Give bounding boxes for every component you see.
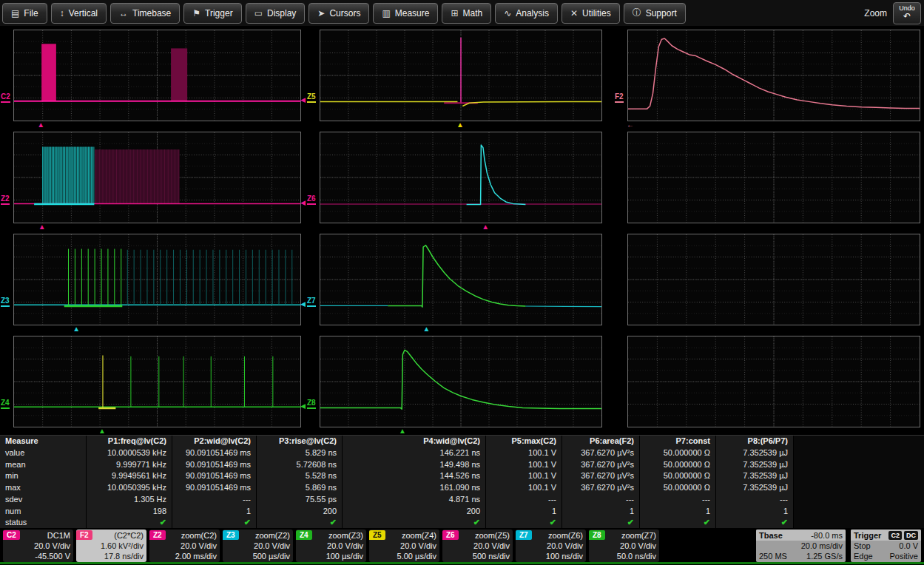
menu-item-display[interactable]: ▭Display bbox=[246, 3, 306, 24]
utilities-icon: ✕ bbox=[570, 8, 578, 18]
measure-column-header[interactable]: P3:rise@lv(C2) bbox=[257, 436, 342, 447]
measure-column-header[interactable]: P4:wid@lv(C2) bbox=[343, 436, 485, 447]
timebase-descriptor[interactable]: Tbase -80.0 ms 20.0 ms/div 250 MS 1.25 G… bbox=[756, 530, 846, 562]
measure-value: --- bbox=[562, 494, 639, 506]
grid-c2[interactable] bbox=[13, 30, 301, 121]
measure-value: --- bbox=[172, 494, 256, 506]
descriptor-source: zoom(Z6) bbox=[548, 531, 586, 540]
measure-value: 149.498 ns bbox=[343, 459, 485, 471]
menu-item-timebase[interactable]: ↔Timebase bbox=[110, 3, 180, 24]
measure-column-header[interactable]: P1:freq@lv(C2) bbox=[87, 436, 172, 447]
measure-value: 50.000000 Ω bbox=[640, 470, 715, 482]
grid-z7[interactable] bbox=[320, 234, 602, 325]
measure-value: 50.000000 Ω bbox=[640, 482, 715, 494]
menu-item-analysis[interactable]: ∿Analysis bbox=[495, 3, 558, 24]
descriptor-c2[interactable]: C2DC1M20.0 V/div-45.500 V bbox=[3, 530, 73, 562]
descriptor-z5[interactable]: Z5zoom(Z4)20.0 V/div5.00 µs/div bbox=[369, 530, 439, 562]
descriptor-z7[interactable]: Z7zoom(Z6)20.0 V/div100 ns/div bbox=[516, 530, 586, 562]
measure-value: 100.1 V bbox=[486, 459, 562, 471]
timebase-per-div: 20.0 ms/div bbox=[801, 541, 843, 550]
measure-column-header[interactable]: P5:max(C2) bbox=[486, 436, 562, 447]
measure-value: 367.6270 µV²s bbox=[562, 470, 639, 482]
undo-icon: ↶ bbox=[903, 12, 911, 21]
cursors-icon: ➤ bbox=[317, 8, 325, 18]
trigger-level: 0.0 V bbox=[899, 541, 918, 550]
measure-row-label: num bbox=[0, 506, 86, 518]
measure-value: 7.352539 µJ bbox=[716, 459, 793, 471]
menu-item-utilities[interactable]: ✕Utilities bbox=[562, 3, 620, 24]
measure-column-header[interactable]: P6:area(F2) bbox=[562, 436, 639, 447]
descriptor-f2[interactable]: F2(C2*C2)1.60 kV²/div17.8 ns/div bbox=[76, 530, 146, 562]
grid-z6[interactable] bbox=[320, 132, 602, 223]
descriptor-z3[interactable]: Z3zoom(Z2)20.0 V/div500 µs/div bbox=[223, 530, 293, 562]
trigger-type-row: Edge Positive bbox=[851, 551, 921, 561]
undo-button[interactable]: Undo ↶ bbox=[893, 2, 921, 24]
measure-value: 1 bbox=[486, 506, 562, 518]
menu-item-file[interactable]: ▤File bbox=[2, 3, 47, 24]
measure-row-label: min bbox=[0, 470, 86, 482]
grid-z2[interactable] bbox=[13, 132, 301, 223]
measure-value: 75.55 ps bbox=[257, 494, 342, 506]
measure-value: 100.1 V bbox=[486, 482, 562, 494]
trigger-position-marker-z6[interactable]: ▲ bbox=[482, 223, 489, 231]
grid-r4c3[interactable] bbox=[627, 336, 920, 427]
menu-item-trigger[interactable]: ⚑Trigger bbox=[183, 3, 241, 24]
descriptor-source: DC1M bbox=[47, 531, 73, 540]
trigger-position-marker-z7[interactable]: ▲ bbox=[422, 325, 430, 333]
trigger-position-marker-f2[interactable]: ← bbox=[627, 121, 634, 129]
trigger-level-marker-c2[interactable]: ◀ bbox=[300, 97, 306, 104]
menu-item-label: Display bbox=[267, 8, 296, 18]
timebase-samples: 250 MS bbox=[759, 552, 787, 561]
status-check-icon: ✔ bbox=[343, 517, 485, 529]
descriptor-offset: -45.500 V bbox=[3, 551, 73, 561]
measure-column-header[interactable]: P7:const bbox=[640, 436, 715, 447]
menu-item-vertical[interactable]: ↕Vertical bbox=[51, 3, 107, 24]
measure-column-header[interactable]: P8:(P6/P7) bbox=[716, 436, 793, 447]
trigger-level-marker-z3[interactable]: ◀ bbox=[300, 301, 306, 308]
descriptor-offset: 5.00 µs/div bbox=[369, 551, 439, 561]
timebase-sampling-row: 250 MS 1.25 GS/s bbox=[756, 551, 846, 561]
trigger-position-marker-z5[interactable]: ▲ bbox=[456, 121, 464, 129]
measure-column-header[interactable]: P2:wid@lv(C2) bbox=[172, 436, 256, 447]
trigger-title: Trigger bbox=[854, 531, 881, 540]
trace-label-z2: Z2 bbox=[1, 195, 10, 205]
trigger-position-marker-z2[interactable]: ▲ bbox=[38, 223, 46, 231]
math-icon: ⊞ bbox=[451, 8, 458, 18]
descriptor-z6[interactable]: Z6zoom(Z5)20.0 V/div500 ns/div bbox=[442, 530, 513, 562]
menu-item-support[interactable]: ⓘSupport bbox=[624, 3, 686, 24]
trigger-position-marker-c2[interactable]: ▲ bbox=[37, 121, 44, 129]
measure-value: 367.6270 µV²s bbox=[562, 447, 639, 459]
channel-chip-z6: Z6 bbox=[442, 530, 459, 540]
measure-table: MeasurevaluemeanminmaxsdevnumstatusP1:fr… bbox=[0, 435, 924, 529]
grid-z5[interactable] bbox=[320, 30, 602, 121]
analysis-icon: ∿ bbox=[504, 8, 511, 18]
trigger-position-marker-z8[interactable]: ▲ bbox=[399, 427, 406, 435]
menu-item-cursors[interactable]: ➤Cursors bbox=[308, 3, 369, 24]
descriptor-z4[interactable]: Z4zoom(Z3)20.0 V/div100 µs/div bbox=[296, 530, 366, 562]
grid-z3[interactable] bbox=[13, 234, 301, 325]
menu-item-measure[interactable]: ▥Measure bbox=[373, 3, 438, 24]
trigger-icon: ⚑ bbox=[192, 8, 200, 18]
channel-chip-z8: Z8 bbox=[589, 530, 605, 540]
measure-value: --- bbox=[486, 494, 562, 506]
descriptor-scale: 20.0 V/div bbox=[589, 541, 659, 551]
trace-label-c2: C2 bbox=[1, 93, 10, 103]
grid-z8[interactable] bbox=[320, 336, 602, 427]
measure-value: 9.999771 kHz bbox=[87, 459, 172, 471]
grid-r3c3[interactable] bbox=[627, 234, 920, 325]
support-icon: ⓘ bbox=[633, 7, 641, 19]
trigger-position-marker-z3[interactable]: ▲ bbox=[72, 325, 80, 333]
measure-row-labels: Measurevaluemeanminmaxsdevnumstatus bbox=[0, 436, 87, 529]
descriptor-z2[interactable]: Z2zoom(C2)20.0 V/div2.00 ms/div bbox=[149, 530, 220, 562]
trace-label-z8: Z8 bbox=[307, 399, 316, 409]
grid-r2c3[interactable] bbox=[627, 132, 920, 223]
menu-item-math[interactable]: ⊞Math bbox=[442, 3, 491, 24]
trigger-position-marker-z4[interactable]: ▲ bbox=[98, 427, 106, 435]
trigger-descriptor[interactable]: Trigger C2 DC Stop 0.0 V Edge Positive bbox=[851, 530, 921, 562]
trigger-level-marker-z2[interactable]: ◀ bbox=[300, 200, 306, 206]
measure-value: 1.305 Hz bbox=[87, 494, 172, 506]
descriptor-z8[interactable]: Z8zoom(Z7)20.0 V/div50.0 ns/div bbox=[589, 530, 659, 562]
trigger-level-marker-z4[interactable]: ◀ bbox=[300, 403, 306, 410]
grid-z4[interactable] bbox=[13, 336, 301, 427]
grid-f2[interactable] bbox=[627, 30, 920, 121]
